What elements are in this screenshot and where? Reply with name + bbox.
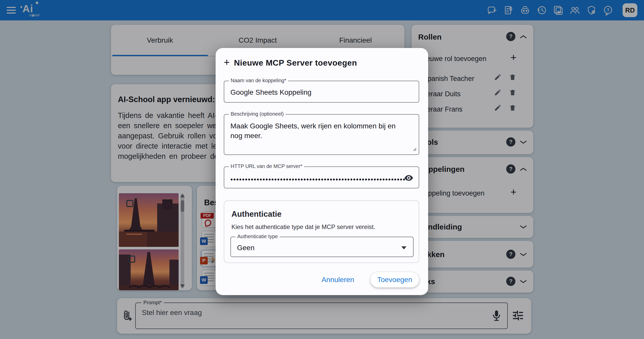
add-mcp-server-dialog: + Nieuwe MCP Server toevoegen Naam van d… bbox=[216, 48, 428, 295]
submit-button[interactable]: Toevoegen bbox=[370, 272, 419, 287]
cancel-button[interactable]: Annuleren bbox=[321, 276, 354, 284]
url-field-masked-value: ••••••••••••••••••••••••••••••••••••••••… bbox=[230, 176, 406, 184]
description-field-value: Maak Google Sheets, werk rijen en kolomm… bbox=[230, 121, 408, 141]
url-field[interactable]: HTTP URL van de MCP server* ••••••••••••… bbox=[224, 166, 419, 188]
dialog-title: Nieuwe MCP Server toevoegen bbox=[234, 58, 357, 68]
description-field-label: Beschrijving (optioneel) bbox=[229, 111, 286, 117]
auth-type-value: Geen bbox=[237, 244, 255, 252]
url-field-label: HTTP URL van de MCP server* bbox=[229, 163, 304, 169]
resize-handle-icon[interactable] bbox=[413, 147, 417, 152]
authentication-section: Authenticatie Kies het authenticatie typ… bbox=[224, 200, 419, 263]
app-screen: Ai school bbox=[0, 0, 644, 339]
add-icon: + bbox=[224, 57, 230, 68]
name-field-label: Naam van de koppeling* bbox=[229, 78, 288, 83]
dropdown-arrow-icon bbox=[401, 246, 406, 249]
visibility-toggle-icon[interactable] bbox=[404, 173, 414, 184]
authentication-title: Authenticatie bbox=[231, 210, 281, 219]
name-field[interactable]: Naam van de koppeling* Google Sheets Kop… bbox=[224, 81, 419, 103]
authentication-subtitle: Kies het authenticatie type dat je MCP s… bbox=[231, 223, 375, 231]
name-field-value: Google Sheets Koppeling bbox=[230, 88, 312, 96]
auth-type-label: Authenticatie type bbox=[236, 234, 280, 239]
auth-type-select[interactable]: Authenticatie type Geen bbox=[230, 237, 414, 257]
description-field[interactable]: Beschrijving (optioneel) Maak Google She… bbox=[224, 114, 419, 155]
